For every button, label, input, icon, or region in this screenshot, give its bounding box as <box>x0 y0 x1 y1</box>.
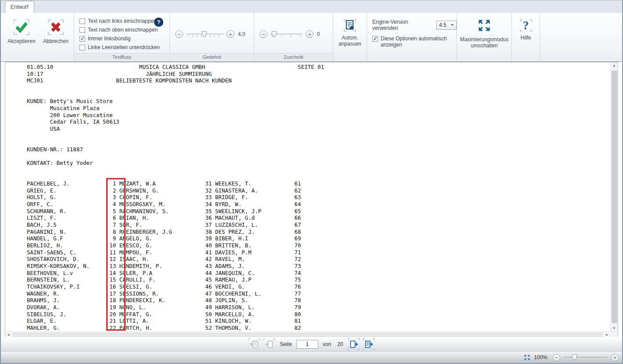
checkbox-linksbuendig[interactable]: Immer linksbündig <box>79 36 169 42</box>
expand-arrows-icon <box>477 19 491 33</box>
vertical-scroll-thumb[interactable] <box>612 71 617 323</box>
zuschnitt-value: 0 <box>317 31 328 37</box>
ribbon-group-help: ? Hilfe <box>512 13 540 61</box>
checkbox-box[interactable] <box>79 27 85 33</box>
zoom-slider-thumb[interactable] <box>572 354 577 360</box>
cancel-label: Abbrechen <box>43 38 68 44</box>
ribbon: Akzeptieren Abbrechen <box>1 13 622 62</box>
previous-page-button[interactable] <box>263 338 275 350</box>
help-question-icon: ? <box>520 19 532 32</box>
checkbox-label: Diese Optionen automatisch anzeigen <box>381 36 451 48</box>
gedehnt-slider-track[interactable] <box>186 30 223 38</box>
document-area: 01.05.10 MUSICA CLASSICA GMBH SEITE 01 1… <box>5 62 618 337</box>
help-label: Hilfe <box>520 35 531 41</box>
horizontal-scroll-thumb[interactable] <box>13 333 602 337</box>
vertical-scrollbar[interactable]: ▲ ▼ <box>610 62 618 332</box>
chevron-down-icon <box>450 24 454 26</box>
scroll-up-icon[interactable]: ▲ <box>611 62 618 69</box>
gedehnt-decrease-button[interactable]: − <box>175 30 183 38</box>
checkbox-text-oben[interactable]: Text nach oben einschnappen <box>79 27 169 33</box>
document-star-icon <box>344 19 356 32</box>
maximize-mode-button[interactable]: Maximierungsmodus umschalten <box>457 13 511 49</box>
checkbox-label: Text nach oben einschnappen <box>88 27 158 33</box>
zuschnitt-increase-button[interactable]: + <box>306 30 313 38</box>
checkbox-box[interactable] <box>79 45 85 50</box>
checkbox-label: Linke Leerstellen unterdrücken <box>88 44 160 50</box>
help-button[interactable]: ? Hilfe <box>512 13 540 41</box>
zoom-out-button[interactable]: − <box>553 354 560 361</box>
autofit-button[interactable]: Autom. anpassen <box>333 13 367 47</box>
ribbon-group-actions: Akzeptieren Abbrechen <box>1 13 74 61</box>
ribbon-group-engine: Engine-Version verwenden 4.5 Diese Optio… <box>367 13 457 61</box>
textfluss-group-label: Textfluss <box>75 53 169 61</box>
checkbox-leerstellen[interactable]: Linke Leerstellen unterdrücken <box>79 44 169 50</box>
zoom-slider[interactable] <box>564 353 608 361</box>
ribbon-group-zuschnitt: − + 0 Zuschnitt <box>254 13 333 61</box>
autofit-label-line2: anpassen <box>339 41 361 47</box>
report-text: 01.05.10 MUSICA CLASSICA GMBH SEITE 01 1… <box>5 62 610 332</box>
von-label: von <box>323 341 331 347</box>
zuschnitt-slider-track[interactable] <box>270 30 302 38</box>
cancel-x-icon <box>48 19 64 35</box>
ribbon-group-textfluss: Text nach links einschnappen Text nach o… <box>74 13 170 61</box>
tab-entwurf[interactable]: Entwurf <box>5 1 34 13</box>
checkbox-box[interactable] <box>79 36 85 42</box>
gedehnt-value: 4,0 <box>238 31 248 37</box>
checkbox-label: Immer linksbündig <box>88 36 130 42</box>
cancel-button[interactable]: Abbrechen <box>40 13 72 53</box>
page-total: 20 <box>337 341 343 347</box>
app-window: Entwurf Akzeptieren <box>0 0 623 364</box>
zuschnitt-group-label: Zuschnitt <box>255 53 332 61</box>
first-page-button[interactable] <box>248 338 260 350</box>
accept-check-icon <box>14 19 29 35</box>
checkbox-auto-show-options[interactable]: Diese Optionen automatisch anzeigen <box>372 36 451 48</box>
maximize-label-line2: umschalten <box>471 43 497 49</box>
ribbon-group-gedehnt: − + 4,0 Gedehnt <box>170 13 254 61</box>
gedehnt-group-label: Gedehnt <box>170 53 253 61</box>
scrollbar-corner <box>610 332 618 337</box>
scroll-left-icon[interactable]: ◄ <box>5 332 12 337</box>
seite-label: Seite <box>280 341 292 347</box>
next-page-button[interactable] <box>348 338 360 350</box>
gedehnt-slider: − + 4,0 <box>170 30 254 38</box>
zuschnitt-decrease-button[interactable]: − <box>259 30 267 38</box>
engine-version-value: 4.5 <box>439 22 447 28</box>
ribbon-group-autofit: Autom. anpassen <box>333 13 367 61</box>
actions-group-label <box>1 53 73 61</box>
scroll-down-icon[interactable]: ▼ <box>611 325 618 332</box>
fit-to-window-icon[interactable] <box>524 354 530 360</box>
page-number-input[interactable] <box>296 340 318 349</box>
last-page-button[interactable] <box>363 338 375 350</box>
status-bar: 100% − + <box>1 351 622 363</box>
page-navigation-bar: Seite von 20 <box>1 337 622 351</box>
scroll-right-icon[interactable]: ► <box>604 332 610 337</box>
autofit-label-line1: Autom. <box>342 35 358 41</box>
report-viewport: 01.05.10 MUSICA CLASSICA GMBH SEITE 01 1… <box>5 62 610 332</box>
horizontal-scrollbar[interactable]: ◄ ► <box>5 332 618 337</box>
accept-button[interactable]: Akzeptieren <box>5 13 38 53</box>
checkbox-label: Text nach links einschnappen <box>88 18 157 24</box>
ribbon-filler <box>540 13 622 61</box>
zoom-level: 100% <box>534 354 547 360</box>
gedehnt-increase-button[interactable]: + <box>227 30 234 38</box>
checkbox-box[interactable] <box>79 18 85 24</box>
tab-bar: Entwurf <box>1 0 622 13</box>
engine-version-select[interactable]: 4.5 <box>436 21 457 30</box>
ribbon-group-maximize: Maximierungsmodus umschalten <box>457 13 512 61</box>
zuschnitt-slider: − + 0 <box>254 30 333 38</box>
maximize-label-line1: Maximierungsmodus <box>460 36 509 43</box>
engine-version-label: Engine-Version verwenden <box>372 19 432 31</box>
checkbox-box[interactable] <box>372 36 378 42</box>
help-badge-icon[interactable]: ? <box>154 18 163 27</box>
accept-label: Akzeptieren <box>7 38 35 44</box>
zoom-in-button[interactable]: + <box>611 354 619 361</box>
tab-entwurf-label: Entwurf <box>11 4 29 10</box>
